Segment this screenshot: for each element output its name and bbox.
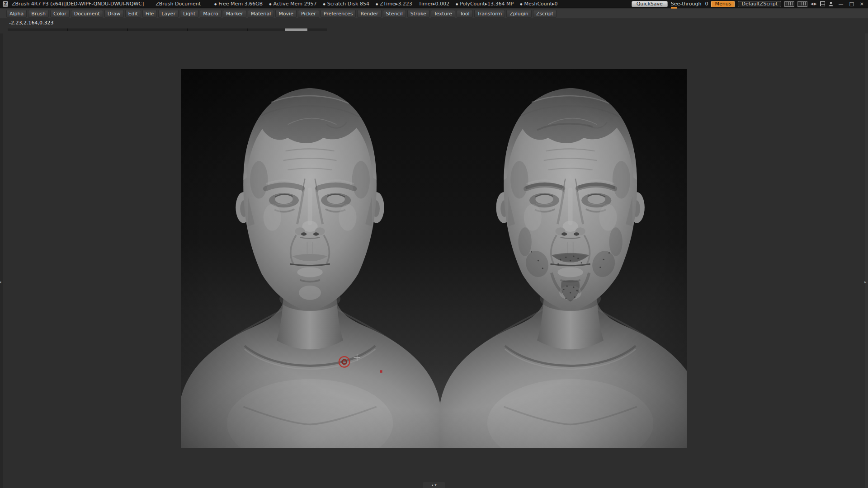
bottom-tray-up-icon: ▴ bbox=[431, 483, 433, 487]
menu-light[interactable]: Light bbox=[180, 10, 198, 18]
title-bar: Z ZBrush 4R7 P3 (x64)[JDED-WIPF-QNDU-DWU… bbox=[0, 0, 868, 8]
menu-zplugin[interactable]: Zplugin bbox=[506, 10, 532, 18]
zbrush-logo-icon: Z bbox=[3, 1, 8, 7]
right-tray-strip: ▸ bbox=[865, 33, 868, 488]
stat-bullet-icon: ● bbox=[520, 2, 522, 5]
scroll-arrows-icon[interactable]: ◀▶ bbox=[811, 2, 817, 6]
horizontal-scrollbar-track[interactable] bbox=[8, 28, 327, 31]
ui-slider-widget-icon[interactable] bbox=[797, 1, 807, 7]
right-tray-toggle-icon[interactable]: ▸ bbox=[864, 280, 867, 284]
quicksave-button[interactable]: QuickSave bbox=[632, 1, 668, 7]
see-through-label: See-through bbox=[671, 1, 702, 7]
vignette-overlay bbox=[181, 69, 687, 448]
titlebar-stat: Timer▸0.002 bbox=[419, 1, 449, 7]
menu-document[interactable]: Document bbox=[71, 10, 103, 18]
stat-bullet-icon: ● bbox=[376, 2, 378, 5]
left-tray-strip: ◂ bbox=[0, 33, 3, 488]
pivot-marker bbox=[380, 370, 382, 373]
menu-material[interactable]: Material bbox=[248, 10, 274, 18]
document-title: ZBrush Document bbox=[156, 1, 201, 7]
menu-stroke[interactable]: Stroke bbox=[407, 10, 429, 18]
document-canvas[interactable] bbox=[181, 69, 687, 448]
maximize-button[interactable]: □ bbox=[848, 1, 855, 7]
info-row: -2.23,2.164,0.323 bbox=[0, 19, 868, 27]
menu-brush[interactable]: Brush bbox=[28, 10, 49, 18]
sculpt-viewport[interactable] bbox=[181, 69, 687, 448]
menu-render[interactable]: Render bbox=[357, 10, 381, 18]
menu-transform[interactable]: Transform bbox=[474, 10, 505, 18]
menu-edit[interactable]: Edit bbox=[125, 10, 141, 18]
menu-preferences[interactable]: Preferences bbox=[321, 10, 356, 18]
menu-draw[interactable]: Draw bbox=[104, 10, 124, 18]
close-button[interactable]: × bbox=[859, 1, 865, 7]
menu-stencil[interactable]: Stencil bbox=[383, 10, 406, 18]
default-zscript-button[interactable]: DefaultZScript bbox=[738, 1, 781, 7]
titlebar-stat: ●ZTime▸3.223 bbox=[376, 1, 412, 7]
menu-texture[interactable]: Texture bbox=[431, 10, 455, 18]
menu-bar: AlphaBrushColorDocumentDrawEditFileLayer… bbox=[0, 9, 868, 19]
menu-color[interactable]: Color bbox=[50, 10, 70, 18]
titlebar-stat: ●Scratch Disk 854 bbox=[323, 1, 369, 7]
menu-tool[interactable]: Tool bbox=[457, 10, 472, 18]
cursor-coordinates-readout: -2.23,2.164,0.323 bbox=[9, 20, 53, 26]
ui-slider-widget-icon[interactable] bbox=[784, 1, 794, 7]
see-through-control[interactable]: See-through0 bbox=[671, 1, 708, 7]
titlebar-stats: ●Free Mem 3.66GB●Active Mem 2957●Scratch… bbox=[214, 1, 558, 7]
titlebar-right-controls: QuickSave See-through0 Menus DefaultZScr… bbox=[632, 1, 865, 7]
menu-alpha[interactable]: Alpha bbox=[6, 10, 27, 18]
palette-grid-icon[interactable] bbox=[820, 1, 825, 6]
stat-bullet-icon: ● bbox=[456, 2, 458, 5]
menus-toggle-button[interactable]: Menus bbox=[711, 1, 735, 7]
stat-bullet-icon: ● bbox=[269, 2, 271, 5]
stat-bullet-icon: ● bbox=[323, 2, 325, 5]
titlebar-stat: ●Free Mem 3.66GB bbox=[214, 1, 263, 7]
menu-marker[interactable]: Marker bbox=[223, 10, 246, 18]
menu-file[interactable]: File bbox=[142, 10, 157, 18]
app-title: ZBrush 4R7 P3 (x64)[JDED-WIPF-QNDU-DWUI-… bbox=[12, 1, 144, 7]
left-tray-toggle-icon[interactable]: ◂ bbox=[0, 280, 1, 284]
menu-movie[interactable]: Movie bbox=[275, 10, 297, 18]
user-account-icon[interactable] bbox=[828, 1, 834, 7]
titlebar-stat: ●PolyCount▸13.364 MP bbox=[456, 1, 514, 7]
menu-picker[interactable]: Picker bbox=[298, 10, 319, 18]
horizontal-scrollbar-thumb[interactable] bbox=[285, 28, 307, 31]
menu-zscript[interactable]: Zscript bbox=[533, 10, 557, 18]
stat-bullet-icon: ● bbox=[214, 2, 217, 5]
bottom-tray-toggle[interactable]: ▴ ▾ bbox=[423, 482, 445, 488]
bottom-tray-down-icon: ▾ bbox=[435, 483, 437, 487]
titlebar-stat: ●Active Mem 2957 bbox=[269, 1, 316, 7]
menu-layer[interactable]: Layer bbox=[158, 10, 179, 18]
see-through-value: 0 bbox=[705, 1, 708, 7]
minimize-button[interactable]: — bbox=[837, 1, 844, 7]
titlebar-stat: ●MeshCount▸0 bbox=[520, 1, 557, 7]
horizontal-scrollbar-row bbox=[0, 27, 868, 33]
menu-macro[interactable]: Macro bbox=[200, 10, 221, 18]
